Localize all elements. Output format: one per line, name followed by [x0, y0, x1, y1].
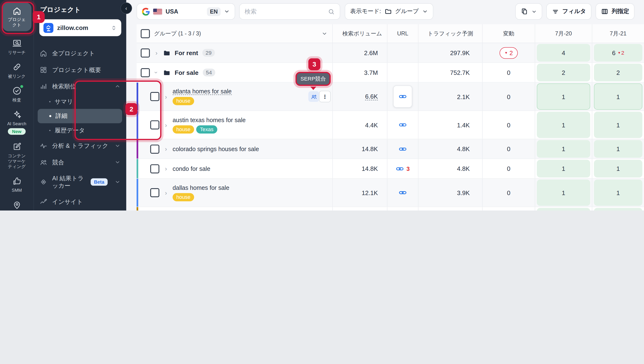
keyword-link[interactable]: austin texas homes for sale: [173, 116, 246, 123]
traffic-column-header[interactable]: トラフィック予測: [418, 24, 482, 43]
sidebar-item-rankings[interactable]: 検索順位: [34, 78, 126, 94]
sidebar-item-competitors[interactable]: 競合: [34, 154, 126, 170]
project-name: zillow.com: [57, 24, 107, 31]
rank-delta-down: ▼2: [618, 50, 624, 56]
jul21-column-header[interactable]: 7月-21: [592, 24, 644, 43]
keyword-link[interactable]: colorado springs houses for sale: [173, 146, 259, 152]
row-color-stripe: [136, 139, 138, 158]
change-value: 0: [507, 69, 510, 76]
rail-item-local-marketing[interactable]: ローカルマーケティング: [6, 200, 27, 210]
rank-cell-green: 1: [537, 208, 590, 210]
rail-item-smm[interactable]: SMM: [6, 176, 27, 193]
traffic-cell: 752.7K: [418, 63, 482, 82]
edit-icon: [12, 142, 22, 151]
rail-item-audit[interactable]: 検査: [6, 86, 27, 103]
sidebar-item-project-overview[interactable]: プロジェクト概要: [34, 62, 126, 78]
keyword-tags: house: [173, 193, 230, 201]
tag-house[interactable]: house: [173, 97, 194, 105]
keyword-search-input[interactable]: 検索: [239, 3, 340, 20]
filter-button[interactable]: フィルタ: [546, 3, 591, 20]
volume-cell: 2.6M: [332, 43, 387, 62]
collapse-chevron-icon[interactable]: ›: [153, 70, 160, 75]
url-link-icon[interactable]: [398, 145, 407, 153]
keyword-link[interactable]: condo for sale: [173, 165, 210, 172]
rail-item-label: 被リンク: [6, 74, 27, 79]
keyword-tags: house: [173, 97, 232, 105]
rank-value: 1: [562, 189, 565, 196]
url-link-icon[interactable]: [396, 165, 404, 173]
trend-icon: [40, 198, 48, 206]
jul20-column-header[interactable]: 7月-20: [535, 24, 592, 43]
tag-texas[interactable]: Texas: [196, 125, 217, 134]
copy-button[interactable]: [515, 3, 542, 20]
sidebar-subitem-label: サマリ: [55, 98, 73, 106]
columns-button[interactable]: 列指定: [596, 3, 634, 20]
sidebar-subitem-summary[interactable]: サマリ: [38, 94, 122, 109]
sidebar-item-label: 全プロジェクト: [52, 50, 120, 57]
row-checkbox[interactable]: [150, 120, 159, 130]
rail-item-content-marketing[interactable]: コンテンツマーケティング: [6, 142, 27, 169]
sidebar-item-ai-tracker[interactable]: AI 結果トラッカーBeta: [34, 170, 126, 194]
volume-column-header[interactable]: 検索ボリューム: [332, 24, 387, 43]
url-column-header[interactable]: URL: [387, 24, 418, 43]
url-cell: [387, 139, 418, 158]
project-selector[interactable]: zillow.com: [40, 19, 122, 36]
sidebar-item-backlink-checker[interactable]: 被リンクチェッカー: [34, 210, 126, 210]
search-engine-selector[interactable]: USA EN: [136, 3, 235, 20]
row-menu-button[interactable]: ⋮: [319, 91, 331, 102]
keyword-row: ›condo for sale14.8K34.8K011: [136, 159, 644, 179]
main-content: USA EN 検索 表示モード: グループ: [126, 0, 644, 210]
row-color-stripe: [136, 111, 138, 139]
url-link-icon[interactable]: [398, 121, 407, 129]
keyword-link[interactable]: dallas homes for sale: [173, 184, 230, 191]
expand-chevron-icon[interactable]: ›: [164, 146, 168, 152]
expand-chevron-icon[interactable]: ›: [164, 189, 168, 196]
keyword-block: condo for sale: [173, 165, 210, 172]
keyword-link[interactable]: atlanta homes for sale: [173, 88, 232, 95]
sort-chevron-icon[interactable]: [322, 31, 327, 36]
volume-value[interactable]: 6.6K: [365, 93, 378, 100]
tag-house[interactable]: house: [173, 125, 194, 134]
select-all-checkbox[interactable]: [141, 29, 150, 38]
expand-chevron-icon[interactable]: ›: [164, 165, 168, 172]
serp-competitors-button[interactable]: [308, 91, 319, 102]
url-link-icon[interactable]: [398, 92, 407, 101]
row-checkbox[interactable]: [141, 68, 150, 77]
name-cell: ›austin texas homes for salehouseTexas: [136, 111, 332, 139]
rank-cell-green: 2: [594, 64, 642, 81]
url-link-icon[interactable]: [398, 189, 407, 197]
sidebar-item-all-projects[interactable]: 全プロジェクト: [34, 45, 126, 62]
sidebar-subitem-history[interactable]: 履歴データ: [38, 123, 122, 138]
rail-item-ai-search[interactable]: AI Search: [6, 110, 27, 127]
change-cell: 0: [482, 83, 535, 111]
traffic-cell: 8.8K: [418, 207, 482, 210]
row-checkbox[interactable]: [150, 144, 159, 154]
serp-competitors-tooltip: SERP競合: [296, 72, 331, 86]
expand-chevron-icon[interactable]: ›: [164, 93, 168, 100]
chevron-up-icon: [115, 84, 120, 89]
rail-item-backlinks[interactable]: 被リンク: [6, 62, 27, 79]
sidebar-collapse-button[interactable]: ‹: [120, 2, 132, 14]
expand-chevron-icon[interactable]: ›: [164, 122, 168, 128]
sidebar-subitem-detail[interactable]: 詳細: [38, 109, 122, 123]
rail-item-research[interactable]: リサーチ: [6, 38, 27, 55]
change-column-header[interactable]: 変動: [482, 24, 535, 43]
row-checkbox[interactable]: [141, 48, 150, 57]
sidebar-item-insights[interactable]: インサイト: [34, 194, 126, 210]
url-hover-card[interactable]: [393, 86, 412, 108]
rail-item-projects[interactable]: プロジェクト: [2, 2, 31, 31]
row-checkbox[interactable]: [150, 164, 159, 173]
tag-house[interactable]: house: [173, 193, 194, 201]
group-name[interactable]: For sale: [174, 69, 198, 76]
folder-icon: [163, 69, 170, 76]
row-checkbox[interactable]: [150, 188, 159, 197]
row-color-stripe: [136, 159, 138, 178]
view-mode-selector[interactable]: 表示モード: グループ: [345, 3, 433, 20]
keyword-row: ›colorado springs houses for sale14.8K4.…: [136, 139, 644, 159]
sidebar-item-analytics-traffic[interactable]: 分析 & トラフィック: [34, 138, 126, 154]
expand-chevron-icon[interactable]: ›: [154, 49, 159, 56]
rail-item-label: リサーチ: [6, 50, 27, 55]
name-cell: ›condo for sale: [136, 159, 332, 178]
row-checkbox[interactable]: [150, 92, 159, 101]
group-name[interactable]: For rent: [174, 49, 198, 56]
